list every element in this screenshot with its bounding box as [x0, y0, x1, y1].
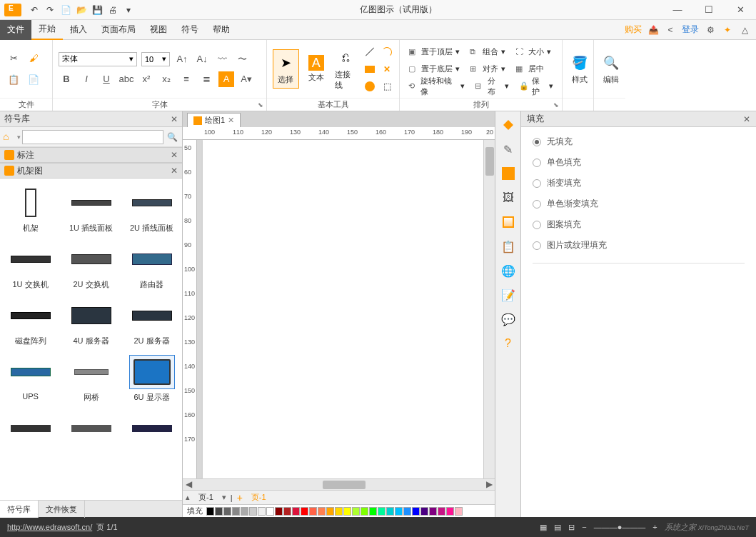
symbol-misc3[interactable]	[121, 407, 182, 450]
login-link[interactable]: 登录	[682, 24, 699, 36]
vertical-scrollbar[interactable]	[483, 140, 495, 478]
fill-swatch[interactable]	[378, 507, 385, 516]
section-annotation[interactable]: 标注	[17, 149, 34, 161]
page-1-active[interactable]: 页-1	[247, 492, 271, 503]
fill-texture-option[interactable]: 图片或纹理填充	[533, 239, 745, 251]
symbol-rack[interactable]: 机架	[0, 181, 61, 238]
layer-tab-icon[interactable]	[498, 211, 518, 233]
menu-start[interactable]: 开始	[31, 20, 63, 40]
symbol-ups[interactable]: UPS	[0, 351, 61, 407]
print-icon[interactable]: 🖨	[107, 4, 119, 16]
buy-link[interactable]: 购买	[625, 24, 642, 36]
arrange-dialog-launcher[interactable]: ⬊	[553, 101, 559, 109]
style-button[interactable]: 🪣 样式	[568, 50, 591, 88]
ruler-toggle-icon[interactable]: ▦	[540, 523, 547, 532]
globe-tab-icon[interactable]: 🌐	[498, 260, 518, 281]
font-dialog-launcher[interactable]: ⬊	[258, 101, 263, 109]
menu-layout[interactable]: 页面布局	[94, 20, 143, 40]
font-color-button[interactable]: A▾	[238, 71, 254, 87]
copy-icon[interactable]: 📋	[6, 72, 21, 88]
fill-none-option[interactable]: 无填充	[533, 136, 745, 148]
superscript-button[interactable]: x²	[138, 71, 154, 87]
page-area[interactable]	[203, 140, 483, 478]
size-button[interactable]: ⛶大小▾	[513, 45, 554, 59]
fill-swatch[interactable]	[223, 507, 231, 516]
symbol-6u-monitor[interactable]: 6U 显示器	[121, 351, 182, 407]
center-button[interactable]: ▦居中	[513, 62, 547, 76]
arc-shape[interactable]	[380, 46, 393, 59]
bold-button[interactable]: B	[59, 71, 74, 87]
numbering-button[interactable]: ≣	[198, 71, 214, 87]
increase-font-icon[interactable]: A↑	[174, 51, 190, 67]
symbol-router[interactable]: 路由器	[121, 238, 182, 294]
fill-swatch[interactable]	[275, 507, 283, 516]
x-shape[interactable]: ✕	[380, 63, 393, 76]
status-url[interactable]: http://www.edrawsoft.cn/	[7, 523, 92, 531]
fill-gradient-option[interactable]: 渐变填充	[533, 177, 745, 189]
curve2-icon[interactable]: 〜	[234, 51, 250, 67]
line-shape[interactable]	[363, 46, 376, 59]
fill-swatch[interactable]	[412, 507, 420, 516]
zoom-in-icon[interactable]: +	[652, 523, 657, 531]
font-name-combo[interactable]: 宋体▾	[59, 52, 137, 66]
page-1[interactable]: 页-1	[194, 492, 218, 503]
add-page-button[interactable]: +	[237, 492, 243, 503]
fill-swatch[interactable]	[369, 507, 377, 516]
strike-button[interactable]: abc	[119, 71, 134, 87]
drawing-canvas[interactable]	[197, 140, 483, 478]
fill-swatch[interactable]	[446, 507, 454, 516]
fill-swatch[interactable]	[352, 507, 360, 516]
fill-swatch[interactable]	[326, 507, 334, 516]
cut-icon[interactable]: ✂	[6, 51, 21, 66]
font-size-combo[interactable]: 10▾	[141, 52, 170, 66]
text-tool[interactable]: A 文本	[303, 52, 329, 86]
connector-tool[interactable]: ⎌ 连接线	[333, 45, 359, 94]
fill-swatch[interactable]	[438, 507, 445, 516]
symlib-close-icon[interactable]: ✕	[171, 114, 178, 124]
fill-swatch[interactable]	[318, 507, 326, 516]
symbol-2u-switch[interactable]: 2U 交换机	[61, 238, 121, 294]
notes-tab-icon[interactable]: 📝	[498, 284, 518, 306]
tab-symbol-lib[interactable]: 符号库	[0, 501, 39, 518]
fit-icon[interactable]: ⊟	[568, 523, 575, 532]
fill-swatch[interactable]	[206, 507, 214, 516]
fill-swatch[interactable]	[403, 507, 411, 516]
symbol-2u-server[interactable]: 2U 服务器	[121, 294, 182, 351]
minimize-button[interactable]: —	[662, 0, 693, 20]
new-icon[interactable]: 📄	[60, 4, 71, 16]
distribute-button[interactable]: ⊟分布▾	[472, 79, 512, 94]
document-tab[interactable]: 绘图1 ✕	[187, 113, 241, 127]
zoom-slider[interactable]: ———●———	[594, 523, 646, 531]
fill-swatch[interactable]	[283, 507, 291, 516]
section-close-icon[interactable]: ✕	[171, 166, 178, 176]
app-menu-icon[interactable]: ✦	[722, 24, 733, 36]
align-button[interactable]: ⊞对齐▾	[467, 62, 508, 76]
zoom-out-icon[interactable]: −	[582, 523, 586, 531]
fill-swatch[interactable]	[420, 507, 428, 516]
format-painter-icon[interactable]: 🖌	[26, 51, 41, 66]
help-tab-icon[interactable]: ?	[498, 333, 518, 354]
symbol-bridge[interactable]: 网桥	[61, 351, 121, 407]
protect-button[interactable]: 🔒保护▾	[516, 79, 556, 94]
fill-pattern-option[interactable]: 图案填充	[533, 219, 745, 231]
bullets-button[interactable]: ≡	[178, 71, 194, 87]
fill-swatch[interactable]	[292, 507, 300, 516]
fill-swatch[interactable]	[386, 507, 394, 516]
fill-swatch[interactable]	[249, 507, 257, 516]
highlight-button[interactable]: A	[218, 71, 234, 87]
fill-swatch[interactable]	[361, 507, 368, 516]
page-nav-up[interactable]: ▴	[186, 493, 190, 502]
section-close-icon[interactable]: ✕	[171, 150, 178, 160]
list-tab-icon[interactable]: 📋	[498, 236, 518, 257]
fill-panel-close-icon[interactable]: ✕	[743, 114, 750, 124]
home-icon[interactable]: ⌂	[3, 131, 16, 144]
symbol-disk-array[interactable]: 磁盘阵列	[0, 294, 61, 351]
grid-toggle-icon[interactable]: ▤	[554, 523, 561, 532]
subscript-button[interactable]: x₂	[158, 71, 174, 87]
fill-tab-icon[interactable]	[498, 114, 518, 136]
fill-swatch[interactable]	[232, 507, 240, 516]
fill-swatch[interactable]	[335, 507, 343, 516]
italic-button[interactable]: I	[79, 71, 94, 87]
send-back-button[interactable]: ▢置于底层▾	[405, 62, 463, 76]
menu-file[interactable]: 文件	[0, 20, 31, 40]
